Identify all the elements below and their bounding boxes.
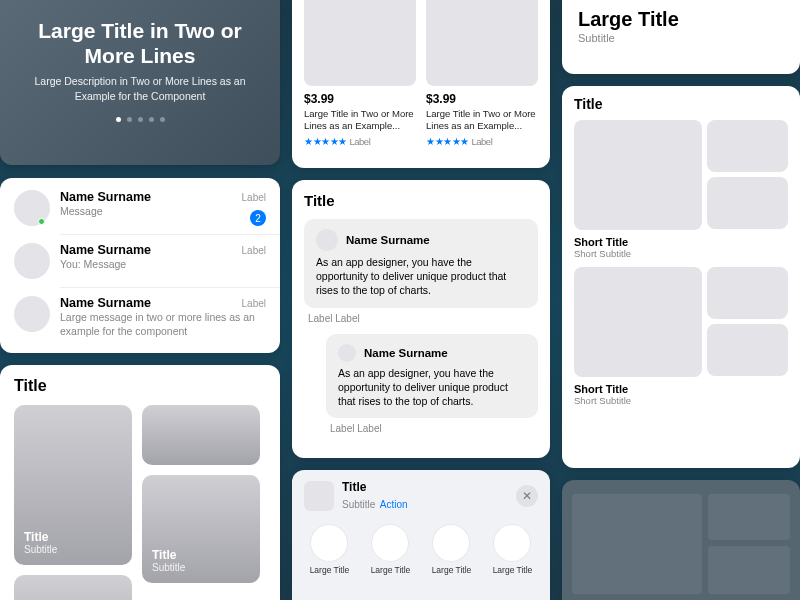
share-sheet: Title Subtitle Action ✕ Large Title Larg… — [292, 470, 550, 600]
author-name: Name Surname — [364, 347, 448, 359]
timestamp-label: Label — [242, 192, 266, 203]
page-indicator[interactable] — [20, 117, 260, 122]
grid-side-image — [707, 177, 788, 229]
message-preview: Large message in two or more lines as an… — [60, 311, 266, 338]
conversation-row[interactable]: Name Surname Message Label 2 — [0, 182, 280, 234]
rating-label: Label — [472, 136, 493, 147]
share-action-link[interactable]: Action — [380, 499, 408, 510]
avatar — [14, 243, 50, 279]
grid-main-image — [574, 267, 702, 377]
product-title: Large Title in Two or More Lines as an E… — [426, 108, 538, 133]
rating-stars: ★★★★★Label — [304, 136, 416, 147]
share-target[interactable]: Large Title — [371, 524, 411, 576]
gallery-item[interactable] — [14, 575, 132, 600]
gallery-item-subtitle: Subtitle — [24, 544, 122, 555]
grid-title: Short Title — [574, 383, 788, 395]
section-title: Title — [14, 377, 280, 395]
page-dot[interactable] — [116, 117, 121, 122]
close-icon: ✕ — [522, 489, 532, 503]
testimonial-bubble[interactable]: Name Surname As an app designer, you hav… — [304, 219, 538, 308]
timestamp-label: Label — [242, 298, 266, 309]
app-icon — [432, 524, 470, 562]
grid-title: Short Title — [574, 236, 788, 248]
section-title: Title — [574, 96, 788, 112]
product-price: $3.99 — [426, 92, 538, 106]
testimonial-labels: Label Label — [308, 313, 538, 324]
conversation-row[interactable]: Name Surname Large message in two or mor… — [0, 288, 280, 346]
grid-side-image — [707, 267, 788, 319]
presence-indicator — [38, 218, 45, 225]
product-grid: $3.99 Large Title in Two or More Lines a… — [292, 0, 550, 168]
app-label: Large Title — [310, 566, 350, 576]
gallery-item-subtitle: Subtitle — [152, 562, 250, 573]
share-target[interactable]: Large Title — [432, 524, 472, 576]
app-label: Large Title — [371, 566, 411, 576]
contact-name: Name Surname — [60, 296, 266, 310]
app-icon — [493, 524, 531, 562]
page-dot[interactable] — [160, 117, 165, 122]
dark-tile-panel — [562, 480, 800, 600]
gallery-card: Title Title Subtitle Title Subtitle — [0, 365, 280, 600]
product-image — [426, 0, 538, 86]
tile[interactable] — [708, 494, 790, 540]
gallery-item[interactable]: Title Subtitle — [142, 475, 260, 583]
avatar — [14, 296, 50, 332]
share-target[interactable]: Large Title — [493, 524, 533, 576]
testimonial-body: As an app designer, you have the opportu… — [316, 255, 526, 298]
grid-main-image — [574, 120, 702, 230]
gallery-item-title: Title — [24, 530, 122, 544]
gallery-item-title: Title — [152, 548, 250, 562]
app-label: Large Title — [493, 566, 533, 576]
conversation-row[interactable]: Name Surname You: Message Label — [0, 235, 280, 287]
large-title-header: Large Title Subtitle — [562, 0, 800, 74]
section-title: Title — [304, 192, 538, 209]
product-image — [304, 0, 416, 86]
app-icon — [371, 524, 409, 562]
grid-subtitle: Short Subtitle — [574, 395, 788, 406]
page-dot[interactable] — [149, 117, 154, 122]
page-dot[interactable] — [127, 117, 132, 122]
grid-side-image — [707, 120, 788, 172]
share-target[interactable]: Large Title — [310, 524, 350, 576]
grid-block[interactable]: Short Title Short Subtitle — [574, 267, 788, 406]
tile[interactable] — [572, 494, 702, 594]
testimonials-card: Title Name Surname As an app designer, y… — [292, 180, 550, 458]
message-preview: You: Message — [60, 258, 266, 272]
page-subtitle: Subtitle — [578, 32, 784, 44]
hero-title: Large Title in Two or More Lines — [20, 18, 260, 68]
rating-stars: ★★★★★Label — [426, 136, 538, 147]
gallery-item[interactable]: Title Subtitle — [14, 405, 132, 565]
hero-description: Large Description in Two or More Lines a… — [20, 74, 260, 102]
page-dot[interactable] — [138, 117, 143, 122]
share-subtitle: Subtitle — [342, 499, 375, 510]
hero-banner[interactable]: Large Title in Two or More Lines Large D… — [0, 0, 280, 165]
tile[interactable] — [708, 546, 790, 594]
page-title: Large Title — [578, 8, 784, 31]
share-title: Title — [342, 480, 408, 494]
avatar — [338, 344, 356, 362]
testimonial-bubble[interactable]: Name Surname As an app designer, you hav… — [326, 334, 538, 419]
product-card[interactable]: $3.99 Large Title in Two or More Lines a… — [426, 0, 538, 147]
product-card[interactable]: $3.99 Large Title in Two or More Lines a… — [304, 0, 416, 147]
contact-name: Name Surname — [60, 243, 266, 257]
timestamp-label: Label — [242, 245, 266, 256]
testimonial-labels: Label Label — [330, 423, 538, 434]
testimonial-body: As an app designer, you have the opportu… — [338, 366, 526, 409]
author-name: Name Surname — [346, 234, 430, 246]
app-label: Large Title — [432, 566, 472, 576]
conversation-list: Name Surname Message Label 2 Name Surnam… — [0, 178, 280, 353]
close-button[interactable]: ✕ — [516, 485, 538, 507]
grid-side-image — [707, 324, 788, 376]
product-title: Large Title in Two or More Lines as an E… — [304, 108, 416, 133]
app-icon — [310, 524, 348, 562]
rating-label: Label — [350, 136, 371, 147]
unread-badge: 2 — [250, 210, 266, 226]
grid-collection: Title Short Title Short Subtitle Short T… — [562, 86, 800, 468]
grid-subtitle: Short Subtitle — [574, 248, 788, 259]
grid-block[interactable]: Short Title Short Subtitle — [574, 120, 788, 259]
product-price: $3.99 — [304, 92, 416, 106]
share-thumbnail — [304, 481, 334, 511]
message-preview: Message — [60, 205, 266, 219]
contact-name: Name Surname — [60, 190, 266, 204]
gallery-item[interactable] — [142, 405, 260, 465]
